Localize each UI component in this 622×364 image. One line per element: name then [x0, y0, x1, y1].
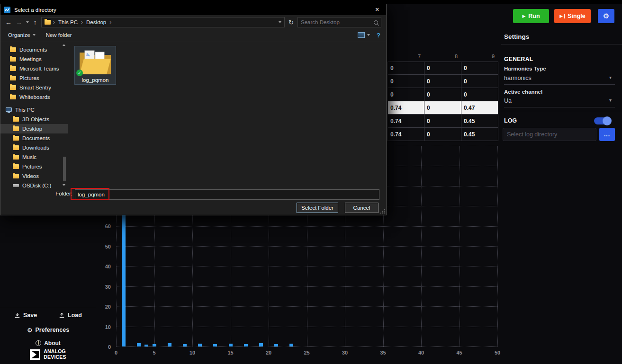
log-toggle[interactable] — [594, 117, 611, 124]
gridline-horizontal — [116, 286, 497, 287]
table-cell: 0 — [461, 75, 498, 88]
dialog-file-area[interactable]: a,✓log_pqmon — [68, 41, 386, 188]
sidebar-item-whiteboards[interactable]: Whiteboards — [0, 92, 68, 102]
table-cell: 0.74 — [388, 101, 424, 115]
dialog-command-bar: Organize New folder ? — [0, 29, 386, 41]
harmonics-type-value[interactable]: harmonics — [504, 75, 532, 81]
folder-thumbnail-icon: a,✓ — [79, 49, 112, 75]
resize-grip[interactable] — [379, 208, 385, 214]
log-browse-button[interactable]: ... — [599, 128, 615, 141]
sidebar-item-label: Whiteboards — [19, 94, 50, 100]
table-cell: 0 — [461, 88, 498, 101]
table-cell: 0 — [424, 62, 461, 75]
save-button-label: Save — [23, 312, 37, 319]
sidebar-item-videos[interactable]: Videos — [0, 171, 68, 181]
address-dropdown-icon[interactable] — [279, 21, 281, 23]
scrollbar-thumb[interactable] — [63, 157, 66, 181]
dropdown-underline — [504, 107, 615, 107]
sidebar-item-osdisk-c[interactable]: OSDisk (C:) — [0, 181, 68, 188]
new-folder-button[interactable]: New folder — [46, 32, 72, 38]
log-directory-input[interactable] — [503, 128, 596, 141]
computer-icon — [6, 107, 12, 112]
sidebar-item-pictures[interactable]: Pictures — [0, 73, 68, 83]
single-button[interactable]: ▶ Single — [554, 9, 591, 23]
address-box[interactable]: ›This PC›Desktop› — [41, 17, 285, 27]
sidebar-item-label: Desktop — [22, 126, 42, 132]
sidebar-item-music[interactable]: Music — [0, 152, 68, 162]
gridline-horizontal — [116, 246, 497, 247]
sidebar-item-label: This PC — [15, 107, 35, 113]
harmonic-bar — [198, 344, 202, 346]
log-section-divider — [501, 111, 622, 111]
cancel-button[interactable]: Cancel — [345, 203, 379, 213]
file-item-log-pqmon[interactable]: a,✓log_pqmon — [74, 46, 116, 85]
sidebar-item-desktop[interactable]: Desktop — [0, 124, 68, 133]
up-icon[interactable]: ↑ — [33, 18, 37, 26]
scroll-up-icon[interactable] — [63, 44, 65, 46]
back-icon[interactable]: ← — [5, 18, 12, 26]
run-button[interactable]: ▶ Run — [513, 9, 549, 23]
chevron-down-icon[interactable]: ▾ — [609, 75, 612, 80]
chevron-right-icon: › — [109, 19, 111, 26]
harmonic-bar — [244, 344, 248, 346]
table-cell: 0 — [388, 75, 424, 88]
about-button[interactable]: i About — [0, 340, 96, 346]
gear-icon: ⚙ — [603, 12, 609, 20]
close-icon[interactable]: ✕ — [368, 4, 386, 15]
sidebar-item-smart-sentry[interactable]: Smart Sentry — [0, 83, 68, 92]
table-cell: 0 — [388, 62, 424, 75]
active-channel-value[interactable]: Ua — [504, 98, 512, 104]
dialog-titlebar[interactable]: Select a directory ✕ — [0, 4, 386, 15]
table-column-header: 9 — [461, 52, 498, 62]
forward-icon[interactable]: → — [16, 18, 22, 26]
x-tick-label: 50 — [495, 350, 500, 355]
chevron-down-icon[interactable]: ▾ — [609, 98, 612, 103]
x-tick-label: 5 — [153, 350, 155, 355]
table-cell: 0 — [424, 128, 461, 141]
table-cell: 0 — [388, 88, 424, 101]
search-box[interactable] — [297, 17, 381, 27]
refresh-icon[interactable]: ↻ — [288, 19, 294, 26]
sidebar-item-documents[interactable]: Documents — [0, 133, 68, 143]
view-mode-button[interactable] — [358, 32, 370, 38]
sidebar-item-label: Meetings — [19, 56, 42, 62]
preferences-button[interactable]: ⚙ Preferences — [0, 327, 96, 333]
folder-icon — [10, 85, 16, 90]
breadcrumb-item-desktop[interactable]: Desktop — [85, 19, 107, 25]
general-section-header: GENERAL — [504, 56, 533, 62]
dropdown-underline — [504, 84, 615, 85]
drive-icon — [13, 184, 19, 187]
x-tick-label: 45 — [456, 350, 462, 355]
sidebar-item-label: Music — [22, 154, 36, 160]
settings-gear-button[interactable]: ⚙ — [598, 9, 614, 23]
organize-menu[interactable]: Organize — [8, 32, 36, 38]
harmonic-bar — [153, 344, 156, 347]
load-button[interactable]: Load — [59, 312, 82, 319]
help-icon[interactable]: ? — [377, 32, 380, 39]
folder-name-input[interactable] — [75, 189, 379, 200]
select-folder-button[interactable]: Select Folder — [297, 203, 338, 213]
gridline-horizontal — [116, 306, 497, 307]
single-button-label: Single — [568, 13, 586, 19]
scroll-down-icon[interactable] — [63, 184, 65, 186]
history-chevron-icon[interactable] — [26, 21, 29, 23]
sidebar-item-pictures[interactable]: Pictures — [0, 162, 68, 171]
table-cell: 0 — [424, 88, 461, 101]
sidebar-item-microsoft-teams[interactable]: Microsoft Teams — [0, 64, 68, 73]
sidebar-item-this-pc[interactable]: This PC — [0, 105, 68, 115]
load-icon — [59, 312, 65, 319]
load-button-label: Load — [68, 312, 82, 319]
y-tick-label: 10 — [105, 324, 111, 330]
dialog-title: Select a directory — [14, 7, 56, 13]
sidebar-item-downloads[interactable]: Downloads — [0, 143, 68, 152]
sidebar-item-documents[interactable]: Documents — [0, 45, 68, 54]
folder-icon — [10, 47, 16, 52]
x-tick-label: 20 — [266, 350, 271, 355]
search-input[interactable] — [301, 19, 374, 25]
nav-scrollbar[interactable] — [63, 44, 66, 186]
save-button[interactable]: Save — [14, 312, 37, 319]
folder-icon — [13, 164, 19, 169]
sidebar-item-3d-objects[interactable]: 3D Objects — [0, 115, 68, 124]
sidebar-item-meetings[interactable]: Meetings — [0, 54, 68, 64]
breadcrumb-item-this-pc[interactable]: This PC — [57, 19, 79, 25]
